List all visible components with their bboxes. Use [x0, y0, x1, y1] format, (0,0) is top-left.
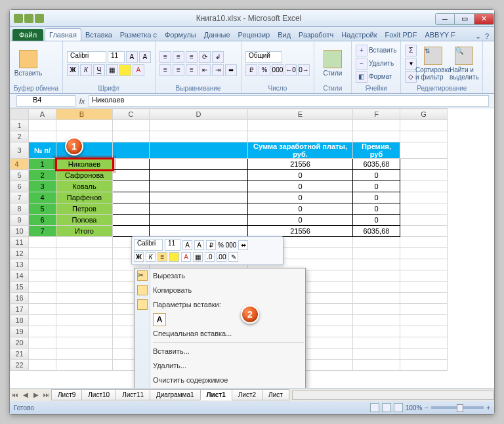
- mini-center-icon[interactable]: ≡: [158, 252, 167, 262]
- paste-button[interactable]: Вставить: [14, 45, 43, 83]
- minimize-ribbon-icon[interactable]: ⌄: [475, 32, 481, 41]
- tab-developer[interactable]: Разработч: [295, 29, 337, 41]
- cell-A10[interactable]: 7: [29, 226, 56, 237]
- mini-inc-icon[interactable]: .00: [217, 252, 226, 262]
- row-header-10[interactable]: 10: [10, 226, 29, 237]
- help-icon[interactable]: ?: [485, 32, 489, 41]
- cell-D2[interactable]: [150, 131, 248, 142]
- cell-C7[interactable]: [113, 192, 150, 203]
- zoom-level[interactable]: 100%: [406, 404, 423, 412]
- cell-A4[interactable]: 1: [29, 159, 56, 170]
- cell-A5[interactable]: 2: [29, 170, 56, 181]
- cell-F1[interactable]: [353, 120, 400, 131]
- cell-B4[interactable]: Николаев: [56, 159, 113, 170]
- cell-F5[interactable]: 0: [353, 170, 400, 181]
- cell-A18[interactable]: [29, 315, 56, 326]
- menu-copy[interactable]: Копировать: [135, 283, 305, 297]
- tab-view[interactable]: Вид: [274, 29, 295, 41]
- cell-E3[interactable]: Сумма заработной платы, руб.: [248, 142, 353, 159]
- cell-E5[interactable]: 0: [248, 170, 353, 181]
- cell-G14[interactable]: [400, 270, 448, 282]
- cell-F2[interactable]: [353, 131, 400, 142]
- zoom-out-button[interactable]: −: [425, 404, 429, 412]
- font-color-button[interactable]: A: [133, 64, 144, 76]
- grow-font-icon[interactable]: A: [126, 51, 138, 63]
- cell-D7[interactable]: [150, 192, 248, 203]
- cell-G8[interactable]: [400, 203, 448, 215]
- cell-C2[interactable]: [113, 131, 150, 142]
- fontsize-select[interactable]: 11: [108, 51, 125, 63]
- cell-B5[interactable]: Сафронова: [56, 170, 113, 181]
- select-all-corner[interactable]: [10, 109, 29, 120]
- cell-F21[interactable]: [353, 349, 400, 360]
- file-tab[interactable]: Файл: [12, 29, 43, 41]
- format-cells-icon[interactable]: ◧: [356, 71, 368, 83]
- cell-F19[interactable]: [353, 326, 400, 337]
- cell-B2[interactable]: [56, 131, 113, 142]
- row-header-16[interactable]: 16: [10, 293, 29, 304]
- row-header-4[interactable]: 4: [10, 159, 29, 170]
- row-header-12[interactable]: 12: [10, 248, 29, 259]
- row-header-2[interactable]: 2: [10, 131, 29, 142]
- menu-cut[interactable]: ✂Вырезать: [135, 268, 305, 283]
- cell-G19[interactable]: [400, 326, 448, 337]
- cell-E4[interactable]: 21556: [248, 159, 353, 170]
- row-header-3[interactable]: 3: [10, 142, 29, 159]
- mini-italic-icon[interactable]: К: [146, 252, 156, 262]
- col-header-A[interactable]: A: [29, 109, 56, 120]
- cell-F22[interactable]: [353, 360, 400, 371]
- number-format-select[interactable]: Общий: [245, 51, 282, 63]
- cell-G17[interactable]: [400, 304, 448, 315]
- cell-B12[interactable]: [56, 248, 113, 259]
- sheet-nav-prev[interactable]: ◀: [20, 391, 31, 398]
- cell-G18[interactable]: [400, 315, 448, 326]
- indent-dec-icon[interactable]: ⇤: [199, 64, 211, 76]
- row-header-21[interactable]: 21: [10, 349, 29, 360]
- row-header-14[interactable]: 14: [10, 270, 29, 282]
- cell-E8[interactable]: 0: [248, 203, 353, 215]
- align-top-icon[interactable]: ≡: [159, 51, 171, 63]
- menu-special-paste[interactable]: Специальная вставка...: [135, 326, 305, 341]
- border-button[interactable]: ▦: [106, 64, 118, 76]
- mini-currency-icon[interactable]: ₽: [206, 240, 216, 250]
- cell-B15[interactable]: [56, 282, 113, 293]
- tab-review[interactable]: Рецензир: [234, 29, 274, 41]
- indent-inc-icon[interactable]: ⇥: [212, 64, 224, 76]
- cell-B7[interactable]: Парфенов: [56, 192, 113, 203]
- cell-G4[interactable]: [400, 159, 448, 170]
- cell-B8[interactable]: Петров: [56, 203, 113, 215]
- cell-E2[interactable]: [248, 131, 353, 142]
- cell-D6[interactable]: [150, 181, 248, 192]
- tab-data[interactable]: Данные: [200, 29, 234, 41]
- align-left-icon[interactable]: ≡: [159, 64, 171, 76]
- cell-E6[interactable]: 0: [248, 181, 353, 192]
- formula-input[interactable]: Николаев: [89, 95, 489, 107]
- zoom-slider[interactable]: [431, 406, 484, 409]
- sheet-nav-first[interactable]: ⏮: [10, 391, 20, 398]
- row-header-22[interactable]: 22: [10, 360, 29, 371]
- cell-G10[interactable]: [400, 226, 448, 237]
- cell-B21[interactable]: [56, 349, 113, 360]
- horizontal-scrollbar[interactable]: [292, 391, 494, 400]
- merge-icon[interactable]: ⬌: [225, 64, 237, 76]
- close-button[interactable]: ✕: [474, 13, 494, 25]
- row-header-20[interactable]: 20: [10, 337, 29, 349]
- cell-A7[interactable]: 4: [29, 192, 56, 203]
- cell-G20[interactable]: [400, 337, 448, 349]
- cell-A11[interactable]: [29, 237, 56, 248]
- cell-C6[interactable]: [113, 181, 150, 192]
- cell-F14[interactable]: [353, 270, 400, 282]
- italic-button[interactable]: К: [80, 64, 92, 76]
- sheet-tab-Лист10[interactable]: Лист10: [81, 389, 116, 400]
- bold-button[interactable]: Ж: [67, 64, 79, 76]
- mini-size-select[interactable]: 11: [165, 239, 180, 251]
- sort-filter-button[interactable]: ⇅Сортировка и фильтр: [419, 45, 448, 83]
- cell-A22[interactable]: [29, 360, 56, 371]
- align-mid-icon[interactable]: ≡: [173, 51, 184, 63]
- cell-D9[interactable]: [150, 215, 248, 226]
- cell-G6[interactable]: [400, 181, 448, 192]
- cell-E1[interactable]: [248, 120, 353, 131]
- cell-C10[interactable]: [113, 226, 150, 237]
- cell-A8[interactable]: 5: [29, 203, 56, 215]
- cell-G22[interactable]: [400, 360, 448, 371]
